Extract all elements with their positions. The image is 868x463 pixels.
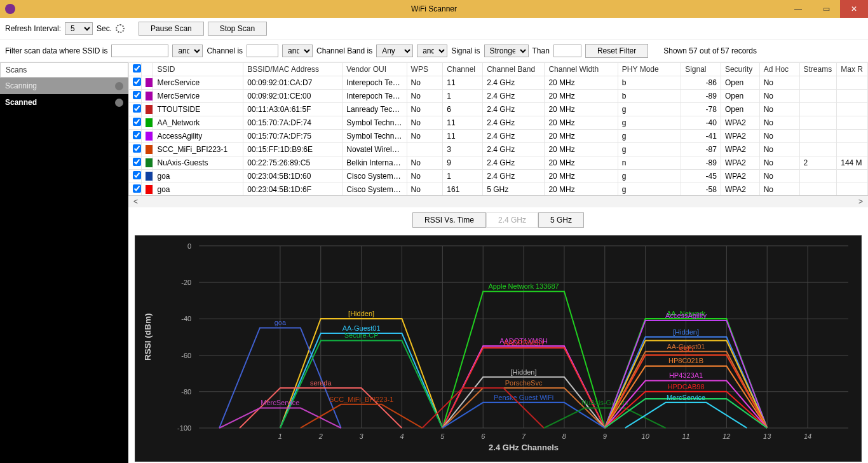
col-header[interactable]: BSSID/MAC Address — [243, 63, 342, 76]
svg-text:AccessAgility: AccessAgility — [665, 312, 707, 319]
svg-text:1: 1 — [278, 432, 282, 439]
horizontal-scroll[interactable]: <> — [128, 196, 868, 207]
col-header[interactable]: Streams — [799, 63, 837, 76]
row-checkbox[interactable] — [133, 118, 141, 126]
filter-band-op[interactable]: and — [417, 45, 447, 57]
row-checkbox[interactable] — [133, 78, 141, 86]
filter-ssid-op[interactable]: and — [172, 45, 203, 57]
table-row[interactable]: AA_Network00:15:70:7A:DF:74Symbol Techno… — [129, 116, 868, 130]
svg-text:3: 3 — [360, 432, 364, 439]
row-checkbox[interactable] — [133, 171, 141, 179]
svg-text:AA-Guest01: AA-Guest01 — [342, 324, 381, 332]
svg-text:Penske Guest WiFi: Penske Guest WiFi — [494, 394, 553, 401]
tab-5ghz[interactable]: 5 GHz — [538, 212, 584, 228]
select-all-checkbox[interactable] — [133, 64, 141, 73]
col-header[interactable]: Channel — [443, 63, 483, 76]
svg-text:AADRRMSH: AADRRMSH — [504, 339, 544, 347]
svg-text:MercService: MercService — [261, 399, 299, 406]
filter-signal-select[interactable]: Stronger — [484, 45, 529, 57]
row-checkbox[interactable] — [133, 131, 141, 139]
col-header[interactable]: PHY Mode — [618, 63, 681, 76]
svg-text:[Hidden]: [Hidden] — [348, 310, 374, 317]
scroll-right-icon: > — [858, 197, 863, 206]
row-checkbox[interactable] — [133, 144, 141, 153]
filter-than-input[interactable] — [553, 45, 581, 57]
than-label: Than — [532, 46, 550, 55]
col-header[interactable]: WPS — [407, 63, 443, 76]
col-header[interactable]: Vendor OUI — [342, 63, 407, 76]
svg-text:4: 4 — [400, 432, 403, 439]
svg-text:13: 13 — [763, 432, 771, 439]
spinner-icon — [116, 24, 125, 33]
table-row[interactable]: SCC_MiFi_BFI223-100:15:FF:1D:B9:6ENovate… — [129, 143, 868, 156]
svg-text:Apple Network 133687: Apple Network 133687 — [488, 282, 559, 290]
col-header[interactable]: Max R — [837, 63, 868, 76]
stop-icon[interactable] — [115, 82, 123, 90]
reset-filter-button[interactable]: Reset Filter — [585, 44, 648, 58]
svg-text:-20: -20 — [181, 279, 191, 286]
col-header[interactable]: Security — [721, 63, 759, 76]
table-row[interactable]: MercService00:09:92:01:CA:D7Interepoch T… — [129, 76, 868, 90]
tab-24ghz[interactable]: 2.4 GHz — [486, 212, 538, 228]
color-swatch — [146, 92, 153, 100]
color-swatch — [146, 185, 153, 194]
pause-scan-button[interactable]: Pause Scan — [139, 22, 204, 36]
signal-is-label: Signal is — [451, 46, 480, 55]
svg-text:9: 9 — [603, 432, 607, 439]
table-row[interactable]: goa00:23:04:5B:1D:60Cisco Systems, Inc.N… — [129, 170, 868, 183]
row-checkbox[interactable] — [133, 104, 141, 113]
svg-text:HPDCAB98: HPDCAB98 — [667, 382, 704, 390]
clear-icon[interactable] — [115, 99, 123, 107]
svg-text:SSO: SSO — [679, 346, 693, 354]
col-header[interactable]: Ad Hoc — [759, 63, 799, 76]
svg-text:10: 10 — [642, 432, 650, 439]
table-row[interactable]: TTOUTSIDE00:11:A3:0A:61:5FLanready Techn… — [129, 103, 868, 116]
channel-is-label: Channel is — [207, 46, 243, 55]
sidebar-header: Scans — [0, 62, 128, 78]
filter-prefix: Filter scan data where SSID is — [5, 46, 107, 55]
filter-ssid-input[interactable] — [111, 45, 168, 57]
app-icon — [5, 4, 15, 14]
col-header[interactable]: SSID — [153, 63, 243, 76]
stop-scan-button[interactable]: Stop Scan — [208, 22, 267, 36]
table-row[interactable]: goa00:23:04:5B:1D:6FCisco Systems, Inc.N… — [129, 183, 868, 197]
col-header[interactable]: Channel Band — [483, 63, 545, 76]
filter-channel-input[interactable] — [247, 45, 278, 57]
titlebar: WiFi Scanner — ▭ ✕ — [0, 0, 868, 18]
networks-table[interactable]: SSIDBSSID/MAC AddressVendor OUIWPSChanne… — [128, 62, 868, 196]
svg-text:5: 5 — [440, 432, 445, 439]
row-checkbox[interactable] — [133, 184, 141, 193]
svg-text:PorscheSvc: PorscheSvc — [505, 379, 543, 387]
filter-band-select[interactable]: Any — [376, 45, 413, 57]
svg-text:HP8C021B: HP8C021B — [668, 357, 703, 364]
svg-text:2.4 GHz Channels: 2.4 GHz Channels — [489, 443, 559, 452]
col-header[interactable]: Signal — [681, 63, 721, 76]
row-checkbox[interactable] — [133, 91, 141, 99]
svg-text:-100: -100 — [177, 424, 191, 432]
table-row[interactable]: MercService00:09:92:01:CE:00Interepoch T… — [129, 90, 868, 103]
svg-text:RSSI (dBm): RSSI (dBm) — [143, 314, 153, 361]
svg-text:sereda: sereda — [310, 379, 332, 387]
svg-text:MercService: MercService — [667, 394, 705, 401]
svg-text:HP4323A1: HP4323A1 — [669, 371, 703, 379]
tab-rssi-time[interactable]: RSSI Vs. Time — [412, 212, 486, 228]
chart-tabs: RSSI Vs. Time 2.4 GHz 5 GHz — [128, 207, 868, 233]
band-is-label: Channel Band is — [316, 46, 372, 55]
maximize-button[interactable]: ▭ — [812, 0, 840, 18]
filter-channel-op[interactable]: and — [282, 45, 313, 57]
sidebar-item-scanned[interactable]: Scanned — [0, 94, 128, 111]
minimize-button[interactable]: — — [784, 0, 812, 18]
sidebar-item-scanning[interactable]: Scanning — [0, 78, 128, 94]
window-title: WiFi Scanner — [411, 4, 457, 13]
svg-text:-80: -80 — [181, 388, 191, 396]
color-swatch — [146, 158, 153, 167]
table-row[interactable]: AccessAgility00:15:70:7A:DF:75Symbol Tec… — [129, 130, 868, 143]
close-button[interactable]: ✕ — [840, 0, 868, 18]
row-checkbox[interactable] — [133, 158, 141, 166]
col-header[interactable]: Channel Width — [545, 63, 618, 76]
refresh-interval-select[interactable]: 5 — [65, 22, 93, 35]
refresh-label: Refresh Interval: — [5, 24, 61, 33]
table-row[interactable]: NuAxis-Guests00:22:75:26:89:C5Belkin Int… — [129, 156, 868, 170]
color-swatch — [146, 78, 153, 87]
main-toolbar: Refresh Interval: 5 Sec. Pause Scan Stop… — [0, 18, 868, 40]
